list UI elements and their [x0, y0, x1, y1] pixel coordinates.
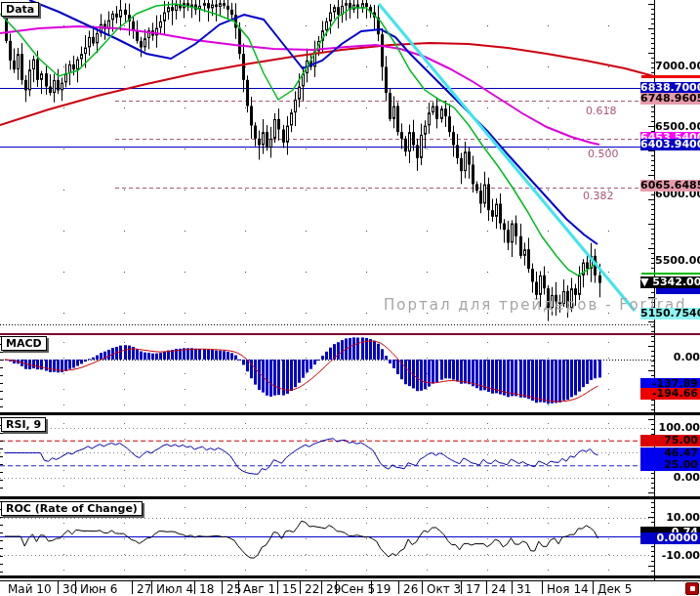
- blue-price-axis-marker: [656, 288, 700, 294]
- date-axis-label: 29: [326, 582, 341, 596]
- date-axis-label: Сен 5: [341, 582, 375, 596]
- macd-tick-label: 0.00: [655, 352, 700, 363]
- rsi-tick-label: 0.00: [655, 472, 700, 484]
- date-axis-label: Июн 6: [80, 582, 117, 596]
- roc-tick-label: 10.00: [655, 512, 700, 524]
- red-line-axis-marker: [641, 75, 700, 78]
- date-axis-label: Май 10: [8, 582, 52, 596]
- date-axis-label: 24: [491, 582, 506, 596]
- price-line-label: 6403.9400: [640, 139, 700, 150]
- fib-level-label: 0.618: [586, 105, 617, 117]
- panel-tag-roc: ROC (Rate of Change): [1, 501, 143, 516]
- price-line-label: 5150.7540: [640, 308, 700, 319]
- date-axis-label: Авг 1: [243, 582, 275, 596]
- date-axis-label: Дек 5: [597, 582, 632, 596]
- price-line-label: 6065.6485: [640, 180, 700, 192]
- date-axis-label: 31: [516, 582, 531, 596]
- date-axis-label: 22: [305, 582, 319, 596]
- rsi-value-label: 46.47: [640, 447, 700, 459]
- panel-tag-rsi: RSI, 9: [1, 417, 46, 432]
- rsi-value-label: 25.00: [640, 459, 700, 471]
- logo-icon[interactable]: [685, 582, 699, 595]
- date-axis-label: 25: [226, 582, 241, 596]
- fib-level-label: 0.500: [588, 148, 619, 160]
- date-axis-label: 19: [376, 582, 391, 596]
- price-tick-label: 5500.00: [655, 255, 700, 267]
- chart-window: Data MACD RSI, 9 ROC (Rate of Change) По…: [0, 0, 700, 596]
- green-ma-axis-marker: [641, 273, 700, 275]
- date-axis-label: 17: [466, 582, 480, 596]
- fib-level-label: 0.382: [583, 190, 614, 202]
- panel-tag-macd: MACD: [1, 336, 47, 351]
- roc-value-label: 0.0000: [640, 532, 700, 544]
- price-tick-label: 7000.00: [655, 61, 700, 72]
- macd-value-label: -194.66: [640, 388, 700, 400]
- rsi-tick-label: 100.00: [655, 422, 700, 434]
- date-axis-label: 18: [199, 582, 214, 596]
- price-line-label: 6748.9605: [640, 93, 700, 105]
- date-axis-label: 30: [62, 582, 77, 596]
- date-axis-label: Окт 3: [427, 582, 461, 596]
- date-axis-label: Июл 4: [156, 582, 193, 596]
- date-axis-label: Ноя 14: [547, 582, 589, 596]
- roc-tick-label: -10.00: [655, 550, 700, 562]
- date-axis-label: 27: [137, 582, 151, 596]
- price-line-label: ▼ 5342.00: [640, 277, 700, 288]
- date-axis-label: 15: [282, 582, 297, 596]
- date-axis-label: 26: [403, 582, 418, 596]
- rsi-value-label: 75.00: [640, 435, 700, 447]
- panel-tag-data: Data: [1, 2, 39, 17]
